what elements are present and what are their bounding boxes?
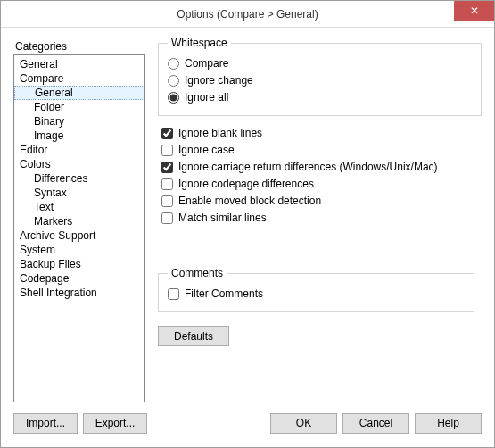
categories-label: Categories bbox=[15, 40, 145, 53]
comments-group: Comments Filter Comments bbox=[158, 267, 474, 312]
ignore-blank-lines-checkbox[interactable] bbox=[161, 128, 173, 139]
tree-item-label: Archive Support bbox=[20, 229, 95, 242]
tree-item[interactable]: Text bbox=[14, 200, 144, 214]
dialog-body: Categories GeneralCompareGeneralFolderBi… bbox=[1, 28, 494, 408]
tree-item[interactable]: Syntax bbox=[14, 186, 144, 200]
ignore-cr-checkbox[interactable] bbox=[161, 162, 173, 173]
ignore-blank-lines-row[interactable]: Ignore blank lines bbox=[161, 125, 482, 141]
ignore-case-row[interactable]: Ignore case bbox=[161, 142, 482, 158]
titlebar: Options (Compare > General) ✕ bbox=[1, 1, 494, 28]
tree-item[interactable]: Colors bbox=[14, 157, 144, 171]
sidebar: Categories GeneralCompareGeneralFolderBi… bbox=[13, 37, 145, 402]
ignore-codepage-checkbox[interactable] bbox=[161, 178, 173, 190]
tree-item-label: Binary bbox=[34, 115, 64, 128]
ignore-case-label: Ignore case bbox=[178, 144, 235, 156]
tree-item-label: Differences bbox=[34, 172, 87, 185]
whitespace-ignore-change-row[interactable]: Ignore change bbox=[168, 72, 472, 88]
whitespace-legend: Whitespace bbox=[168, 37, 231, 49]
moved-block-row[interactable]: Enable moved block detection bbox=[161, 193, 482, 209]
footer-left: Import... Export... bbox=[13, 413, 147, 434]
tree-item-label: Image bbox=[34, 129, 63, 142]
tree-item[interactable]: Image bbox=[14, 129, 144, 143]
tree-item-label: General bbox=[20, 58, 58, 71]
tree-item-label: General bbox=[35, 87, 73, 99]
ignore-blank-lines-label: Ignore blank lines bbox=[178, 127, 262, 139]
close-button[interactable]: ✕ bbox=[454, 1, 494, 21]
categories-tree[interactable]: GeneralCompareGeneralFolderBinaryImageEd… bbox=[13, 54, 145, 402]
whitespace-ignore-all-row[interactable]: Ignore all bbox=[168, 89, 472, 105]
tree-item[interactable]: Backup Files bbox=[14, 257, 144, 271]
moved-block-label: Enable moved block detection bbox=[178, 195, 321, 207]
settings-panel: Whitespace Compare Ignore change Ignore … bbox=[158, 37, 482, 402]
whitespace-compare-label: Compare bbox=[185, 57, 228, 70]
match-similar-row[interactable]: Match similar lines bbox=[161, 210, 482, 226]
ignore-case-checkbox[interactable] bbox=[161, 145, 173, 156]
tree-item-label: Syntax bbox=[34, 187, 67, 199]
tree-item[interactable]: Codepage bbox=[14, 271, 144, 286]
whitespace-group: Whitespace Compare Ignore change Ignore … bbox=[158, 37, 482, 116]
whitespace-ignore-change-radio[interactable] bbox=[168, 75, 179, 87]
help-button[interactable]: Help bbox=[415, 413, 482, 434]
tree-item[interactable]: General bbox=[14, 57, 144, 71]
defaults-button[interactable]: Defaults bbox=[158, 326, 229, 346]
whitespace-ignore-all-radio[interactable] bbox=[168, 92, 179, 104]
footer-right: OK Cancel Help bbox=[270, 413, 482, 434]
tree-item-label: Markers bbox=[34, 215, 72, 228]
moved-block-checkbox[interactable] bbox=[161, 195, 173, 207]
tree-item[interactable]: Folder bbox=[14, 100, 144, 114]
tree-item[interactable]: Binary bbox=[14, 114, 144, 129]
options-window: Options (Compare > General) ✕ Categories… bbox=[0, 0, 495, 448]
ok-button[interactable]: OK bbox=[270, 413, 337, 434]
import-button[interactable]: Import... bbox=[13, 413, 78, 434]
whitespace-compare-radio[interactable] bbox=[168, 58, 179, 70]
compare-options: Ignore blank lines Ignore case Ignore ca… bbox=[161, 125, 482, 226]
filter-comments-checkbox[interactable] bbox=[168, 288, 179, 300]
window-title: Options (Compare > General) bbox=[177, 8, 318, 21]
match-similar-label: Match similar lines bbox=[178, 212, 267, 224]
tree-item[interactable]: Editor bbox=[14, 143, 144, 157]
tree-item-label: Colors bbox=[20, 158, 51, 170]
tree-item[interactable]: Markers bbox=[14, 214, 144, 228]
comments-legend: Comments bbox=[168, 267, 227, 279]
filter-comments-label: Filter Comments bbox=[185, 287, 263, 300]
defaults-wrap: Defaults bbox=[158, 326, 229, 346]
tree-item-label: Folder bbox=[34, 101, 64, 113]
filter-comments-row[interactable]: Filter Comments bbox=[168, 286, 465, 302]
whitespace-compare-row[interactable]: Compare bbox=[168, 55, 472, 71]
close-icon: ✕ bbox=[470, 5, 479, 16]
tree-item-label: Codepage bbox=[20, 272, 69, 285]
ignore-cr-label: Ignore carriage return differences (Wind… bbox=[178, 161, 438, 173]
ignore-cr-row[interactable]: Ignore carriage return differences (Wind… bbox=[161, 159, 482, 175]
whitespace-ignore-all-label: Ignore all bbox=[185, 91, 228, 104]
tree-item-label: Editor bbox=[20, 144, 47, 156]
tree-item-label: Compare bbox=[20, 72, 63, 85]
export-button[interactable]: Export... bbox=[83, 413, 147, 434]
tree-item[interactable]: Archive Support bbox=[14, 228, 144, 243]
match-similar-checkbox[interactable] bbox=[161, 212, 173, 224]
tree-item[interactable]: System bbox=[14, 243, 144, 257]
ignore-codepage-row[interactable]: Ignore codepage differences bbox=[161, 176, 482, 192]
cancel-button[interactable]: Cancel bbox=[342, 413, 409, 434]
tree-item[interactable]: Shell Integration bbox=[14, 286, 144, 300]
tree-item[interactable]: Compare bbox=[14, 71, 144, 86]
tree-item[interactable]: Differences bbox=[14, 171, 144, 186]
footer: Import... Export... OK Cancel Help bbox=[1, 408, 494, 447]
tree-item[interactable]: General bbox=[14, 86, 144, 100]
tree-item-label: Text bbox=[34, 201, 54, 213]
whitespace-ignore-change-label: Ignore change bbox=[185, 74, 253, 87]
tree-item-label: System bbox=[20, 244, 55, 256]
tree-item-label: Shell Integration bbox=[20, 286, 97, 299]
tree-item-label: Backup Files bbox=[20, 258, 81, 270]
ignore-codepage-label: Ignore codepage differences bbox=[178, 178, 314, 190]
